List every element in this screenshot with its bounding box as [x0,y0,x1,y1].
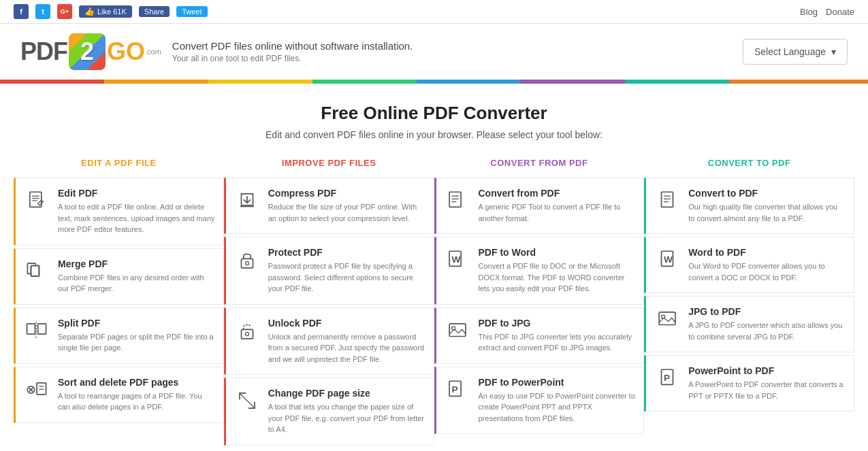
twitter-icon[interactable]: t [35,4,50,19]
logo-2-text: 2 [80,37,94,66]
tool-icon-improve-0 [234,188,260,214]
logo-go-text: GO [107,37,145,66]
tool-desc: Unlock and permanently remove a password… [268,331,425,365]
tool-title: PDF to Word [479,247,636,258]
tool-desc: This PDF to JPG converter lets you accur… [479,331,636,354]
svg-text:W: W [451,254,460,265]
tool-card-edit-1[interactable]: Merge PDFCombine PDF files in any desire… [14,248,224,305]
tool-card-improve-3[interactable]: Change PDF page sizeA tool that lets you… [224,378,434,446]
blog-link[interactable]: Blog [800,7,818,17]
tool-desc: Our high quality file converter that all… [688,201,846,224]
column-from: Convert From PDF Convert from PDFA gener… [434,151,645,448]
tool-info: Convert from PDFA generic PDF Tool to co… [479,188,636,224]
column-edit: Edit a PDF File Edit PDFA tool to edit a… [14,151,224,448]
tool-card-from-1[interactable]: W PDF to WordConvert a PDF file to DOC o… [434,237,645,305]
tool-card-to-2[interactable]: JPG to PDFA JPG to PDF converter which a… [644,296,854,352]
tool-icon-edit-1 [24,258,50,284]
tool-desc: Password protect a PDF file by specifyin… [268,261,425,295]
tool-title: Word to PDF [688,247,846,258]
tool-info: Merge PDFCombine PDF files in any desire… [58,258,215,295]
tool-info: PDF to WordConvert a PDF file to DOC or … [479,247,636,295]
tool-info: Convert to PDFOur high quality file conv… [688,188,846,224]
svg-line-20 [240,393,255,408]
tool-card-from-2[interactable]: PDF to JPGThis PDF to JPG converter lets… [434,307,645,364]
facebook-icon[interactable]: f [14,4,29,19]
facebook-share-button[interactable]: Share [139,6,170,17]
facebook-like-button[interactable]: 👍 Like 61K [79,5,132,18]
tool-icon-to-1: W [654,247,680,273]
logo-pdf-text: PDF [20,37,67,66]
tool-info: PDF to JPGThis PDF to JPG converter lets… [479,318,636,354]
tool-icon-from-0 [445,188,470,214]
tool-info: Change PDF page sizeA tool that lets you… [268,388,425,435]
tool-icon-to-0 [654,188,680,214]
tool-desc: A generic PDF Tool to convert a PDF file… [479,201,636,224]
twitter-tweet-button[interactable]: Tweet [176,6,207,17]
tool-info: Split PDFSeparate PDF pages or split the… [58,318,215,354]
tool-desc: An easy to use PDF to PowerPoint convert… [479,390,636,424]
tool-info: Sort and delete PDF pagesA tool to rearr… [58,377,215,413]
tool-desc: A tool to edit a PDF file online. Add or… [58,201,215,235]
logo-box: 2 [69,33,106,70]
site-logo[interactable]: PDF 2 GO .com [20,33,161,70]
svg-rect-37 [659,312,675,325]
tool-card-from-0[interactable]: Convert from PDFA generic PDF Tool to co… [434,178,645,234]
column-header-to: Convert to PDF [644,151,854,178]
tool-card-improve-0[interactable]: Compress PDFReduce the file size of your… [224,178,434,234]
language-selector[interactable]: Select Language ▾ [743,39,848,65]
tool-card-to-1[interactable]: W Word to PDFOur Word to PDF converter a… [644,237,854,293]
column-improve: Improve PDF Files Compress PDFReduce the… [224,151,434,448]
svg-rect-18 [241,329,253,339]
tool-info: Compress PDFReduce the file size of your… [268,188,425,224]
tool-title: PDF to PowerPoint [479,377,636,388]
svg-rect-13 [37,382,46,394]
tool-desc: Separate PDF pages or split the PDF file… [58,331,215,354]
tool-info: Protect PDFPassword protect a PDF file b… [268,247,425,295]
tool-desc: Our Word to PDF converter allows you to … [688,261,846,283]
tool-card-edit-3[interactable]: Sort and delete PDF pagesA tool to rearr… [14,367,224,423]
tool-title: Edit PDF [58,188,215,199]
logo-dotcom-text: .com [145,48,161,56]
tool-card-to-3[interactable]: P PowerPoint to PDFA PowerPoint to PDF c… [644,355,854,412]
tool-title: Change PDF page size [268,388,425,399]
tool-card-edit-0[interactable]: Edit PDFA tool to edit a PDF file online… [14,178,224,246]
tool-icon-edit-3 [24,377,50,403]
top-nav: Blog Donate [800,7,854,17]
google-icon[interactable]: G+ [57,4,72,19]
tool-title: JPG to PDF [688,306,846,317]
svg-rect-16 [241,258,253,268]
tool-card-to-0[interactable]: Convert to PDFOur high quality file conv… [644,178,854,234]
svg-text:P: P [451,384,457,395]
tool-icon-to-2 [654,306,680,332]
top-bar: f t G+ 👍 Like 61K Share Tweet Blog Donat… [0,0,868,24]
tool-desc: Convert a PDF file to DOC or the Microso… [479,261,636,295]
tool-icon-improve-3 [234,388,260,414]
tool-title: PDF to JPG [479,318,636,329]
tool-info: Unlock PDFUnlock and permanently remove … [268,318,425,365]
tool-icon-from-3: P [445,377,470,403]
site-header: PDF 2 GO .com Convert PDF files online w… [0,24,868,80]
column-to: Convert to PDF Convert to PDFOur high qu… [644,151,854,448]
svg-rect-8 [38,323,46,333]
tagline-sub: Your all in one tool to edit PDF files. [172,54,413,63]
donate-link[interactable]: Donate [826,7,854,17]
tool-info: Edit PDFA tool to edit a PDF file online… [58,188,215,235]
tool-title: Unlock PDF [268,318,425,329]
tool-card-edit-2[interactable]: Split PDFSeparate PDF pages or split the… [14,307,224,364]
tool-card-improve-1[interactable]: Protect PDFPassword protect a PDF file b… [224,237,434,305]
tool-title: Convert from PDF [479,188,636,199]
svg-text:W: W [664,254,673,265]
tool-desc: A JPG to PDF converter which also allows… [688,320,846,342]
social-buttons: f t G+ 👍 Like 61K Share Tweet [14,4,208,19]
svg-rect-5 [31,265,39,275]
tool-title: Compress PDF [268,188,425,199]
tool-card-improve-2[interactable]: Unlock PDFUnlock and permanently remove … [224,307,434,375]
svg-rect-21 [449,192,461,207]
tool-desc: Combine PDF files in any desired order w… [58,272,215,295]
tool-info: Word to PDFOur Word to PDF converter all… [688,247,846,283]
page-title: Free Online PDF Converter [14,103,854,124]
svg-rect-7 [27,323,35,333]
tool-icon-from-1: W [445,247,470,273]
tool-icon-from-2 [445,318,470,344]
tool-card-from-3[interactable]: P PDF to PowerPointAn easy to use PDF to… [434,367,645,435]
